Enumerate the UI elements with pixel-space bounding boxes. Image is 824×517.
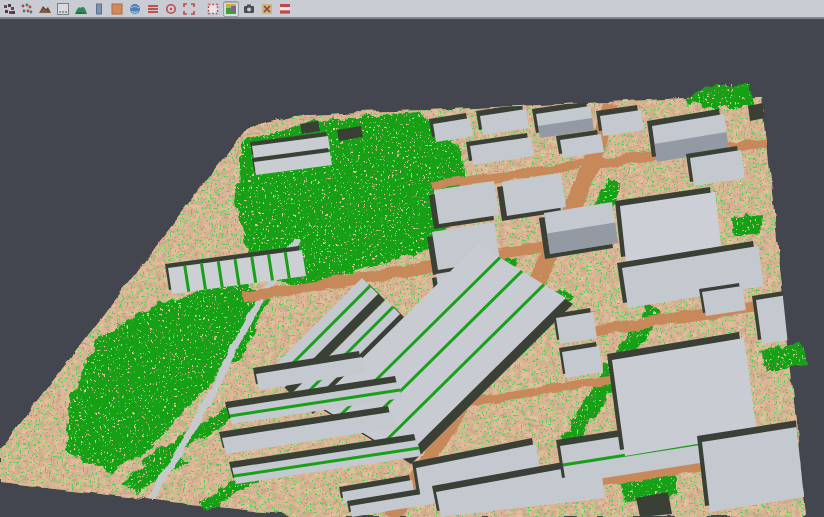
- extent-brackets-icon: [183, 3, 195, 15]
- 3d-viewport[interactable]: [0, 21, 824, 517]
- vegetation-hill-button[interactable]: [73, 1, 89, 17]
- classified-points-button[interactable]: [19, 1, 35, 17]
- vegetation-hill-icon: [75, 3, 87, 15]
- classified-points-icon: [21, 3, 33, 15]
- contour-dots-button[interactable]: [55, 1, 71, 17]
- target-circle-button[interactable]: [163, 1, 179, 17]
- profile-column-button[interactable]: [91, 1, 107, 17]
- point-cloud-scene: [0, 21, 824, 517]
- measure-cross-icon: [261, 3, 273, 15]
- toolbar: [0, 0, 824, 19]
- flag-stripes-button[interactable]: [277, 1, 293, 17]
- globe-3d-button[interactable]: [127, 1, 143, 17]
- ortho-image-icon: [111, 3, 123, 15]
- camera-view-button[interactable]: [241, 1, 257, 17]
- contour-dots-icon: [57, 3, 69, 15]
- building-roof: [774, 160, 824, 206]
- terrain-mound-button[interactable]: [37, 1, 53, 17]
- terrain-mound-icon: [39, 3, 51, 15]
- application-window: [0, 0, 824, 517]
- measure-cross-button[interactable]: [259, 1, 275, 17]
- intensity-stripes-button[interactable]: [145, 1, 161, 17]
- profile-column-icon: [93, 3, 105, 15]
- camera-view-icon: [243, 3, 255, 15]
- point-cloud-icon: [3, 3, 15, 15]
- building-shadow: [770, 156, 820, 202]
- classification-palette-button[interactable]: [223, 1, 239, 17]
- classification-palette-icon: [225, 3, 237, 15]
- flag-stripes-icon: [279, 3, 291, 15]
- dark-structure: [778, 108, 800, 126]
- point-cloud-button[interactable]: [1, 1, 17, 17]
- clip-box-button[interactable]: [205, 1, 221, 17]
- globe-3d-icon: [129, 3, 141, 15]
- ortho-image-button[interactable]: [109, 1, 125, 17]
- extent-brackets-button[interactable]: [181, 1, 197, 17]
- clip-box-icon: [207, 3, 219, 15]
- intensity-stripes-icon: [147, 3, 159, 15]
- target-circle-icon: [165, 3, 177, 15]
